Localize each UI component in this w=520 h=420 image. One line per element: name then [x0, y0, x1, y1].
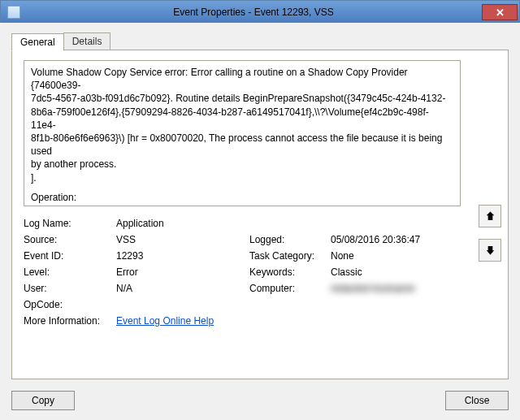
value-logname: Application [116, 218, 461, 229]
desc-line: 8b6a-759f00e126f4},{57909294-8826-4034-b… [31, 106, 453, 132]
button-label: Close [465, 395, 490, 406]
tab-label: General [20, 37, 55, 48]
desc-line: 8f1b-806e6f6e6963}\) [hr = 0x80070020, T… [31, 132, 453, 158]
label-opcode: OpCode: [24, 299, 113, 310]
tab-label: Details [72, 36, 102, 47]
arrow-down-icon: 🡇 [485, 245, 496, 257]
label-computer: Computer: [249, 283, 327, 294]
copy-button[interactable]: Copy [11, 391, 75, 410]
desc-line: ]. [31, 171, 453, 184]
label-keywords: Keywords: [249, 266, 327, 278]
desc-line: 7dc5-4567-a03b-f091d6c7b092}. Routine de… [31, 92, 453, 105]
value-taskcat: None [331, 250, 461, 262]
client-area: General Details Volume Shadow Copy Servi… [0, 23, 520, 420]
tab-general[interactable]: General [11, 33, 64, 51]
label-moreinfo: More Information: [24, 315, 113, 327]
button-label: Copy [32, 395, 54, 406]
nav-buttons: 🡅 🡇 [479, 205, 501, 273]
online-help-link[interactable]: Event Log Online Help [116, 315, 214, 327]
next-event-button[interactable]: 🡇 [479, 239, 501, 262]
dialog-buttons: Copy Close [11, 391, 509, 410]
prev-event-button[interactable]: 🡅 [479, 205, 501, 227]
value-computer: redacted-hostname [331, 283, 461, 294]
value-eventid: 12293 [116, 250, 246, 262]
tab-details[interactable]: Details [63, 32, 111, 50]
value-logged: 05/08/2016 20:36:47 [331, 234, 461, 245]
window-close-button[interactable]: ✕ [482, 4, 518, 20]
close-icon: ✕ [496, 7, 505, 18]
window-app-icon [7, 6, 20, 19]
value-source: VSS [116, 234, 246, 245]
label-user: User: [24, 283, 113, 294]
label-logname: Log Name: [24, 218, 113, 229]
value-opcode [116, 299, 461, 310]
value-user: N/A [116, 283, 246, 294]
label-eventid: Event ID: [24, 250, 113, 262]
tab-strip: General Details [11, 32, 509, 50]
desc-line: by another process. [31, 158, 453, 171]
general-panel: Volume Shadow Copy Service error: Error … [11, 50, 509, 379]
desc-op-value: Add a Volume to a Shadow Copy Set [31, 204, 453, 206]
close-button[interactable]: Close [445, 391, 509, 410]
arrow-up-icon: 🡅 [485, 210, 496, 223]
title-bar: Event Properties - Event 12293, VSS ✕ [1, 1, 519, 24]
label-taskcat: Task Category: [249, 250, 327, 262]
label-logged: Logged: [249, 234, 327, 245]
value-keywords: Classic [331, 266, 461, 278]
desc-line: Volume Shadow Copy Service error: Error … [31, 66, 453, 92]
value-level: Error [116, 266, 246, 278]
label-source: Source: [24, 234, 113, 245]
desc-op-heading: Operation: [31, 191, 453, 204]
event-description[interactable]: Volume Shadow Copy Service error: Error … [24, 60, 461, 206]
label-level: Level: [24, 266, 113, 278]
properties-grid: Log Name: Application Source: VSS Logged… [24, 218, 461, 327]
window-title: Event Properties - Event 12293, VSS [25, 6, 482, 18]
